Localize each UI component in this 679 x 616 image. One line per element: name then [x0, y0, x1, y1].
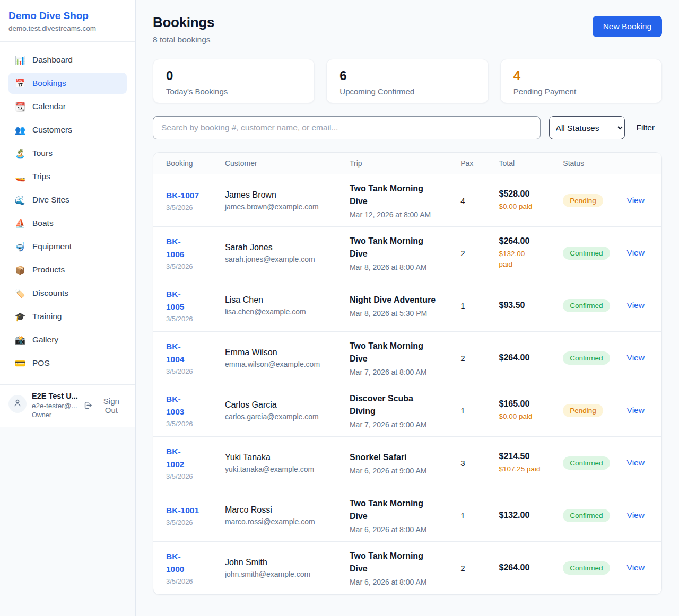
sidebar-item-label: Products	[32, 265, 65, 275]
booking-cell: BK-1001 3/5/2026	[153, 489, 216, 542]
sidebar-item-pos[interactable]: 💳 POS	[8, 353, 127, 374]
sidebar-item-boats[interactable]: ⛵ Boats	[8, 213, 127, 234]
status-badge: Confirmed	[563, 456, 610, 470]
actions-cell: View	[619, 384, 661, 437]
table-row: BK- 1004 3/5/2026 Emma Wilson emma.wilso…	[153, 332, 661, 384]
customer-name: Sarah Jones	[225, 243, 333, 252]
pax-count: 2	[452, 332, 490, 384]
booking-id-link[interactable]: BK-1001	[166, 504, 208, 517]
bookings-icon: 📅	[15, 78, 25, 89]
trip-name: Two Tank Morning Dive	[350, 182, 443, 208]
actions-cell: View	[619, 279, 661, 332]
trip-datetime: Mar 8, 2026 at 5:30 PM	[350, 309, 443, 318]
user-name: E2E Test U...	[32, 392, 78, 400]
total-cell: $165.00 $0.00 paid	[491, 384, 555, 437]
booking-id-link[interactable]: BK- 1006	[166, 235, 208, 261]
sidebar-item-customers[interactable]: 👥 Customers	[8, 119, 127, 140]
booking-cell: BK-1007 3/5/2026	[153, 174, 216, 227]
booking-cell: BK- 1003 3/5/2026	[153, 384, 216, 437]
total-cell: $264.00	[491, 542, 555, 594]
sidebar-item-calendar[interactable]: 📆 Calendar	[8, 96, 127, 117]
gallery-icon: 📸	[15, 335, 25, 345]
total-cell: $264.00 $132.00 paid	[491, 227, 555, 279]
booking-id-link[interactable]: BK- 1005	[166, 288, 208, 313]
sidebar-item-products[interactable]: 📦 Products	[8, 259, 127, 280]
table-row: BK- 1002 3/5/2026 Yuki Tanaka yuki.tanak…	[153, 437, 661, 489]
customer-cell: Lisa Chen lisa.chen@example.com	[216, 279, 341, 332]
col-pax: Pax	[452, 153, 490, 174]
total-amount: $264.00	[499, 236, 546, 246]
customer-email: carlos.garcia@example.com	[225, 412, 333, 421]
paid-amount: $132.00 paid	[499, 249, 546, 269]
sidebar-item-discounts[interactable]: 🏷️ Discounts	[8, 283, 127, 304]
user-icon	[13, 398, 22, 410]
stat-label: Upcoming Confirmed	[340, 87, 475, 96]
status-cell: Pending	[554, 384, 618, 437]
view-link[interactable]: View	[627, 353, 645, 362]
stat-label: Today's Bookings	[166, 87, 301, 96]
booking-id-link[interactable]: BK- 1004	[166, 340, 208, 366]
sidebar-item-dive-sites[interactable]: 🌊 Dive Sites	[8, 189, 127, 210]
filter-button[interactable]: Filter	[633, 123, 662, 133]
view-link[interactable]: View	[627, 301, 645, 310]
booking-id-link[interactable]: BK-1007	[166, 189, 208, 202]
boats-icon: ⛵	[15, 218, 25, 228]
total-cell: $528.00 $0.00 paid	[491, 174, 555, 227]
customer-email: sarah.jones@example.com	[225, 255, 333, 263]
actions-cell: View	[619, 332, 661, 384]
sidebar-item-equipment[interactable]: 🤿 Equipment	[8, 236, 127, 257]
trip-cell: Two Tank Morning Dive Mar 6, 2026 at 8:0…	[341, 542, 452, 594]
col-booking: Booking	[153, 153, 216, 174]
booking-id-link[interactable]: BK- 1000	[166, 550, 208, 576]
paid-amount: $0.00 paid	[499, 411, 546, 422]
status-cell: Confirmed	[554, 279, 618, 332]
sign-out-button[interactable]: Sign Out	[83, 397, 127, 415]
trip-name: Discover Scuba Diving	[350, 392, 443, 418]
sidebar-item-dashboard[interactable]: 📊 Dashboard	[8, 49, 127, 71]
sidebar-item-bookings[interactable]: 📅 Bookings	[8, 73, 127, 94]
sidebar-item-gallery[interactable]: 📸 Gallery	[8, 329, 127, 350]
stat-value: 0	[166, 68, 301, 83]
user-info: E2E Test U... e2e-tester@... Owner	[32, 392, 78, 419]
booking-date: 3/5/2026	[166, 577, 208, 585]
view-link[interactable]: View	[627, 248, 645, 257]
view-link[interactable]: View	[627, 458, 645, 467]
booking-cell: BK- 1000 3/5/2026	[153, 542, 216, 594]
sidebar-item-label: POS	[32, 358, 50, 368]
trip-datetime: Mar 12, 2026 at 8:00 AM	[350, 210, 443, 219]
search-input[interactable]	[153, 116, 541, 139]
avatar	[8, 395, 27, 413]
pax-count: 1	[452, 489, 490, 542]
stat-card-upcoming-confirmed: 6 Upcoming Confirmed	[326, 59, 488, 103]
view-link[interactable]: View	[627, 563, 645, 572]
pax-count: 2	[452, 227, 490, 279]
view-link[interactable]: View	[627, 196, 645, 205]
trip-datetime: Mar 6, 2026 at 8:00 AM	[350, 525, 443, 534]
customer-name: Yuki Tanaka	[225, 453, 333, 462]
customer-email: john.smith@example.com	[225, 570, 333, 578]
booking-cell: BK- 1004 3/5/2026	[153, 332, 216, 384]
discounts-icon: 🏷️	[15, 288, 25, 298]
table-row: BK- 1006 3/5/2026 Sarah Jones sarah.jone…	[153, 227, 661, 279]
sidebar-nav: 📊 Dashboard 📅 Bookings 📆 Calendar 👥 Cust…	[0, 42, 135, 384]
user-email: e2e-tester@...	[32, 402, 78, 410]
new-booking-button[interactable]: New Booking	[593, 16, 662, 37]
trip-datetime: Mar 7, 2026 at 9:00 AM	[350, 420, 443, 429]
dashboard-icon: 📊	[15, 55, 25, 65]
status-select[interactable]: All Statuses	[549, 116, 625, 139]
trip-cell: Two Tank Morning Dive Mar 8, 2026 at 8:0…	[341, 227, 452, 279]
view-link[interactable]: View	[627, 406, 645, 415]
trip-datetime: Mar 7, 2026 at 8:00 AM	[350, 368, 443, 376]
sidebar-item-tours[interactable]: 🏝️ Tours	[8, 143, 127, 164]
trip-name: Two Tank Morning Dive	[350, 340, 443, 365]
sidebar-item-training[interactable]: 🎓 Training	[8, 306, 127, 327]
status-badge: Pending	[563, 404, 603, 417]
booking-cell: BK- 1006 3/5/2026	[153, 227, 216, 279]
booking-id-link[interactable]: BK- 1003	[166, 393, 208, 418]
sidebar-item-trips[interactable]: 🚤 Trips	[8, 166, 127, 187]
stat-label: Pending Payment	[513, 87, 649, 96]
view-link[interactable]: View	[627, 511, 645, 520]
customer-name: James Brown	[225, 190, 333, 200]
status-cell: Confirmed	[554, 489, 618, 542]
booking-id-link[interactable]: BK- 1002	[166, 445, 208, 471]
